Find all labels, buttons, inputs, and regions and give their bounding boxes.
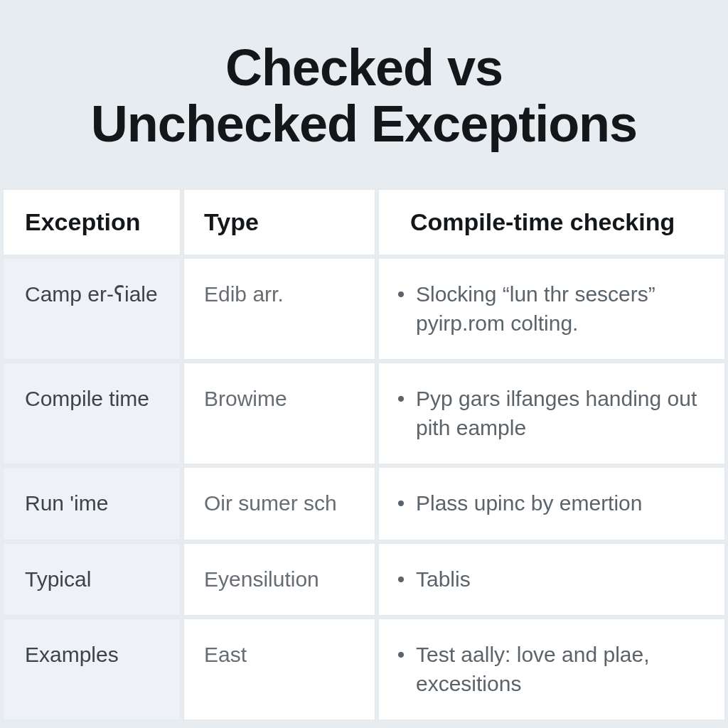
bullet-dot-icon: • [396, 641, 406, 698]
cell-checking: • Plass upinc by emertion [378, 467, 725, 540]
cell-exception: Run 'ime [3, 467, 181, 540]
cell-type: East [183, 619, 375, 720]
bullet-dot-icon: • [396, 565, 406, 594]
bullet-text: Slocking “lun thr sescers” pyirp.rom col… [416, 280, 705, 338]
cell-type: Oir sumer sch [183, 467, 375, 540]
bullet-text: Plass upinc by emertion [416, 489, 705, 518]
col-header-checking: Compile-time checking [378, 189, 725, 255]
cell-type: Browime [183, 363, 375, 464]
col-header-type: Type [183, 189, 375, 255]
cell-exception: Camp er-ʕiale [3, 258, 181, 360]
page-header: Checked vs Unchecked Exceptions [0, 0, 728, 186]
table-row: Typical Eyensilution • Tablis [3, 543, 725, 616]
table-row: Compile time Browime • Pyp gars ilfanges… [3, 363, 725, 464]
bullet-item: • Tablis [396, 565, 705, 594]
bullet-text: Test aally: love and plae, excesitions [416, 641, 705, 698]
bullet-dot-icon: • [396, 385, 406, 442]
bullet-item: • Pyp gars ilfanges handing out pith eam… [396, 385, 705, 442]
cell-checking: • Pyp gars ilfanges handing out pith eam… [378, 363, 725, 464]
table-row: Examples East • Test aally: love and pla… [3, 619, 725, 720]
cell-exception: Typical [3, 543, 181, 616]
table-body: Camp er-ʕiale Edib arr. • Slocking “lun … [3, 258, 725, 720]
bullet-dot-icon: • [396, 280, 406, 338]
page-title: Checked vs Unchecked Exceptions [28, 40, 700, 152]
cell-exception: Compile time [3, 363, 181, 464]
bullet-text: Tablis [416, 565, 705, 594]
cell-type: Edib arr. [183, 258, 375, 360]
title-line-2: Unchecked Exceptions [91, 95, 637, 152]
col-header-exception: Exception [3, 189, 181, 255]
bullet-item: • Slocking “lun thr sescers” pyirp.rom c… [396, 280, 705, 338]
bullet-text: Pyp gars ilfanges handing out pith eampl… [416, 385, 705, 442]
table-header-row: Exception Type Compile-time checking [3, 189, 725, 255]
cell-type: Eyensilution [183, 543, 375, 616]
table-head: Exception Type Compile-time checking [3, 189, 725, 255]
cell-checking: • Slocking “lun thr sescers” pyirp.rom c… [378, 258, 725, 360]
title-line-1: Checked vs [225, 39, 503, 96]
table-row: Run 'ime Oir sumer sch • Plass upinc by … [3, 467, 725, 540]
cell-checking: • Tablis [378, 543, 725, 616]
bullet-item: • Test aally: love and plae, excesitions [396, 641, 705, 698]
cell-checking: • Test aally: love and plae, excesitions [378, 619, 725, 720]
exceptions-table: Exception Type Compile-time checking Cam… [0, 186, 728, 723]
bullet-dot-icon: • [396, 489, 406, 518]
bullet-item: • Plass upinc by emertion [396, 489, 705, 518]
table-row: Camp er-ʕiale Edib arr. • Slocking “lun … [3, 258, 725, 360]
cell-exception: Examples [3, 619, 181, 720]
